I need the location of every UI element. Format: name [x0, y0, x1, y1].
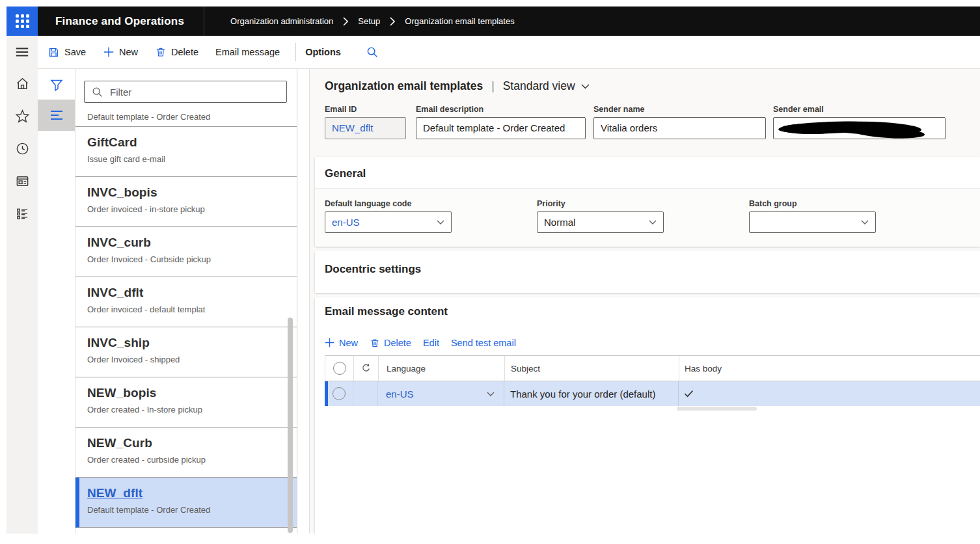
list-item[interactable]: NEW_bopis Order created - In-store picku… — [75, 377, 297, 428]
toolbar-divider — [295, 43, 296, 61]
search-icon — [366, 46, 379, 59]
save-button[interactable]: Save — [48, 46, 86, 59]
list-item-desc: Default template - Order Created — [87, 505, 297, 515]
grid-edit-button[interactable]: Edit — [423, 338, 439, 348]
list-item-desc: Order invoiced - in-store pickup — [87, 204, 297, 214]
list-item-desc: Default template - Order Created — [87, 112, 210, 122]
docentric-section: Docentric settings — [315, 251, 980, 293]
forms-window-icon[interactable] — [7, 172, 38, 189]
delete-button[interactable]: Delete — [155, 46, 198, 58]
app-title: Finance and Operations — [55, 15, 184, 28]
action-toolbar: Save New Delete Email message Options — [38, 36, 980, 69]
list-filter-field[interactable] — [84, 81, 287, 103]
list-item-title: INVC_bopis — [87, 177, 297, 200]
trash-icon — [155, 46, 167, 58]
search-icon — [91, 86, 103, 98]
row-subject-cell: Thank you for your order (default) — [504, 381, 679, 406]
workspaces-list-icon[interactable] — [7, 205, 38, 222]
list-item-title: INVC_curb — [87, 227, 297, 250]
template-list-panel: Default template - Order Created GiftCar… — [75, 69, 297, 534]
priority-dropdown[interactable]: Normal — [537, 211, 664, 233]
filter-pane-button[interactable] — [38, 75, 75, 95]
email-id-field[interactable]: NEW_dflt — [325, 117, 406, 139]
list-item-title: INVC_dflt — [87, 277, 297, 300]
sender-name-field[interactable]: Vitalia orders — [593, 117, 766, 139]
general-section-header[interactable]: General — [315, 157, 980, 189]
breadcrumb-setup[interactable]: Setup — [358, 16, 380, 26]
filter-funnel-icon — [49, 78, 64, 92]
chevron-down-icon — [437, 220, 444, 224]
app-launcher-button[interactable] — [7, 7, 38, 36]
chevron-right-icon — [390, 17, 395, 26]
email-description-label: Email description — [416, 105, 586, 114]
email-message-menu[interactable]: Email message — [215, 47, 280, 57]
list-item[interactable]: NEW_Curb Order created - curbside pickup — [75, 428, 297, 478]
email-content-section: Email message content New Delete — [315, 297, 980, 534]
list-item[interactable]: INVC_curb Order Invoiced - Curbside pick… — [75, 227, 297, 277]
list-item-clipped[interactable]: Default template - Order Created — [75, 103, 297, 127]
template-list: Default template - Order Created GiftCar… — [75, 103, 297, 534]
recent-clock-icon[interactable] — [7, 140, 38, 157]
column-header-language[interactable]: Language — [379, 356, 505, 381]
docentric-section-header[interactable]: Docentric settings — [315, 251, 980, 276]
list-item-desc: Order invoiced - default templat — [87, 305, 297, 314]
column-header-has-body[interactable]: Has body — [679, 356, 980, 381]
send-test-email-button[interactable]: Send test email — [451, 338, 516, 348]
default-language-dropdown[interactable]: en-US — [325, 211, 452, 233]
left-nav-rail — [7, 36, 38, 534]
list-item[interactable]: INVC_dflt Order invoiced - default templ… — [75, 277, 297, 327]
waffle-icon — [16, 14, 29, 28]
breadcrumb-page[interactable]: Organization email templates — [405, 16, 514, 26]
search-button[interactable] — [366, 46, 379, 59]
grid-hscrollbar-thumb[interactable] — [677, 407, 757, 411]
plus-icon — [324, 337, 335, 348]
list-item-title: INVC_ship — [87, 327, 297, 350]
list-view-button-selected[interactable] — [38, 100, 75, 131]
grid-header-row: Language Subject Has body — [325, 355, 980, 381]
top-navigation-bar: Finance and Operations Organization admi… — [7, 7, 980, 36]
list-item-title: NEW_Curb — [87, 428, 297, 450]
main-content-pane: Organization email templates | Standard … — [309, 69, 980, 534]
column-header-subject[interactable]: Subject — [505, 356, 679, 381]
breadcrumb-module[interactable]: Organization administration — [230, 16, 333, 26]
favorites-star-icon[interactable] — [7, 107, 38, 124]
grid-new-button[interactable]: New — [324, 337, 358, 348]
new-button[interactable]: New — [103, 46, 138, 58]
refresh-icon[interactable] — [354, 356, 379, 381]
list-scrollbar-thumb[interactable] — [288, 318, 293, 533]
list-item[interactable]: INVC_ship Order Invoiced - shipped — [75, 327, 297, 377]
plus-icon — [103, 46, 115, 58]
batch-group-dropdown[interactable] — [749, 211, 876, 233]
list-item[interactable]: INVC_bopis Order invoiced - in-store pic… — [75, 177, 297, 227]
sender-email-field[interactable] — [773, 117, 946, 139]
grid-delete-button[interactable]: Delete — [370, 338, 411, 348]
list-item-desc: Order Invoiced - shipped — [87, 355, 297, 364]
options-menu[interactable]: Options — [305, 47, 341, 57]
filter-input[interactable] — [109, 86, 286, 98]
row-select-circle[interactable] — [333, 387, 346, 400]
email-description-field[interactable]: Default template - Order Created — [416, 117, 586, 139]
default-language-label: Default language code — [325, 199, 452, 208]
home-icon[interactable] — [7, 75, 38, 92]
sender-email-label: Sender email — [773, 105, 946, 114]
list-item[interactable]: GiftCard Issue gift card e-mail — [75, 127, 297, 177]
select-all-circle[interactable] — [333, 362, 346, 375]
chevron-down-icon — [487, 392, 495, 396]
list-item-selected[interactable]: NEW_dflt Default template - Order Create… — [75, 478, 297, 528]
list-item-title: NEW_bopis — [87, 377, 297, 400]
priority-label: Priority — [537, 199, 664, 208]
grid-action-bar: New Delete Edit Send test — [324, 337, 980, 348]
redaction-scribble — [775, 118, 938, 139]
app-window: Finance and Operations Organization admi… — [7, 7, 980, 534]
row-language-dropdown[interactable]: en-US — [378, 381, 504, 406]
grid-row-selected[interactable]: en-US Thank you for your order (default) — [325, 381, 980, 406]
chevron-down-icon — [581, 84, 590, 89]
chevron-right-icon — [343, 17, 348, 26]
breadcrumb: Organization administration Setup Organi… — [230, 16, 515, 26]
view-selector[interactable]: Standard view — [503, 79, 590, 93]
email-content-grid: Language Subject Has body en-US — [325, 355, 980, 406]
list-item-desc: Order created - curbside pickup — [87, 455, 297, 465]
list-item-title: NEW_dflt — [87, 478, 297, 500]
email-id-label: Email ID — [325, 105, 406, 114]
hamburger-menu-icon[interactable] — [7, 44, 38, 61]
